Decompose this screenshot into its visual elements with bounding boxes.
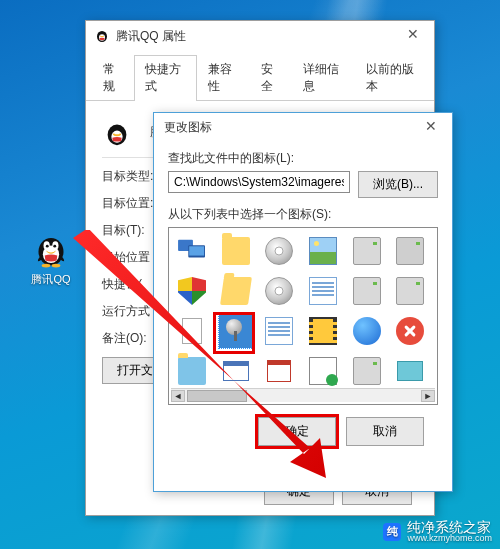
checklist-icon[interactable] [306,354,340,388]
folder-icon[interactable] [219,234,253,268]
qq-penguin-icon [94,27,110,46]
tab-compat[interactable]: 兼容性 [197,55,250,101]
folder-open-icon[interactable] [219,274,253,308]
change-icon-title: 更改图标 [164,119,212,136]
picture-icon[interactable] [306,234,340,268]
tab-shortcut[interactable]: 快捷方式 [134,55,197,101]
svg-point-4 [46,245,49,248]
scroll-thumb[interactable] [187,390,247,402]
watermark-logo-icon: 纯 [383,523,401,541]
dvd-drive-icon[interactable] [393,234,427,268]
disc-alt-icon[interactable] [262,274,296,308]
hdd-icon[interactable] [350,234,384,268]
properties-title: 腾讯QQ 属性 [116,28,186,45]
ok-button[interactable]: 确定 [258,417,336,446]
dvd-drive-alt-icon[interactable] [393,274,427,308]
close-icon: ✕ [407,26,419,42]
satellite-dish-icon[interactable] [219,314,253,348]
desktop: 腾讯QQ 腾讯QQ 属性 ✕ 常规 快捷方式 兼容性 安全 详细信息 以前的版本… [0,0,500,549]
svg-point-7 [52,264,61,268]
properties-tabs: 常规 快捷方式 兼容性 安全 详细信息 以前的版本 [86,54,434,101]
change-icon-dialog: 更改图标 ✕ 查找此文件中的图标(L): 浏览(B)... 从以下列表中选择一个… [153,112,453,492]
qq-penguin-icon [102,117,132,147]
tab-prev-versions[interactable]: 以前的版本 [355,55,428,101]
tab-details[interactable]: 详细信息 [292,55,355,101]
desktop-shortcut-qq[interactable]: 腾讯QQ [24,228,78,287]
scroll-right-icon[interactable]: ► [421,390,435,402]
hdd-alt-icon[interactable] [350,274,384,308]
change-icon-titlebar[interactable]: 更改图标 ✕ [154,113,452,142]
close-button[interactable]: ✕ [396,23,430,45]
properties-titlebar[interactable]: 腾讯QQ 属性 ✕ [86,21,434,52]
search-folder-icon[interactable] [175,354,209,388]
horizontal-scrollbar[interactable]: ◄ ► [171,388,435,402]
calendar-icon[interactable] [262,354,296,388]
svg-point-6 [42,264,51,268]
blank-doc-icon[interactable] [175,314,209,348]
red-x-icon[interactable] [393,314,427,348]
watermark: 纯 纯净系统之家 www.kzmyhome.com [383,520,492,543]
lookup-label: 查找此文件中的图标(L): [168,150,438,167]
close-icon: ✕ [425,118,437,134]
select-label: 从以下列表中选择一个图标(S): [168,206,438,223]
monitor-pair-icon[interactable] [175,234,209,268]
doc-icon[interactable] [306,274,340,308]
watermark-url: www.kzmyhome.com [407,534,492,543]
tab-security[interactable]: 安全 [250,55,292,101]
ssd-icon[interactable] [350,354,384,388]
teal-window-icon[interactable] [393,354,427,388]
text-doc-icon[interactable] [262,314,296,348]
change-icon-body: 查找此文件中的图标(L): 浏览(B)... 从以下列表中选择一个图标(S): [154,142,452,446]
icon-list: ◄ ► [168,227,438,405]
disc-icon[interactable] [262,234,296,268]
shield-icon[interactable] [175,274,209,308]
cancel-button[interactable]: 取消 [346,417,424,446]
close-button[interactable]: ✕ [414,115,448,137]
film-icon[interactable] [306,314,340,348]
icon-path-input[interactable] [168,171,350,193]
desktop-shortcut-label: 腾讯QQ [24,272,78,287]
tab-general[interactable]: 常规 [92,55,134,101]
svg-point-5 [53,245,56,248]
window-icon[interactable] [219,354,253,388]
watermark-text: 纯净系统之家 [407,520,492,534]
qq-penguin-icon [31,228,71,268]
browse-button[interactable]: 浏览(B)... [358,171,438,198]
blue-circle-icon[interactable] [350,314,384,348]
scroll-left-icon[interactable]: ◄ [171,390,185,402]
svg-rect-14 [189,246,204,255]
change-icon-footer: 确定 取消 [168,405,438,446]
